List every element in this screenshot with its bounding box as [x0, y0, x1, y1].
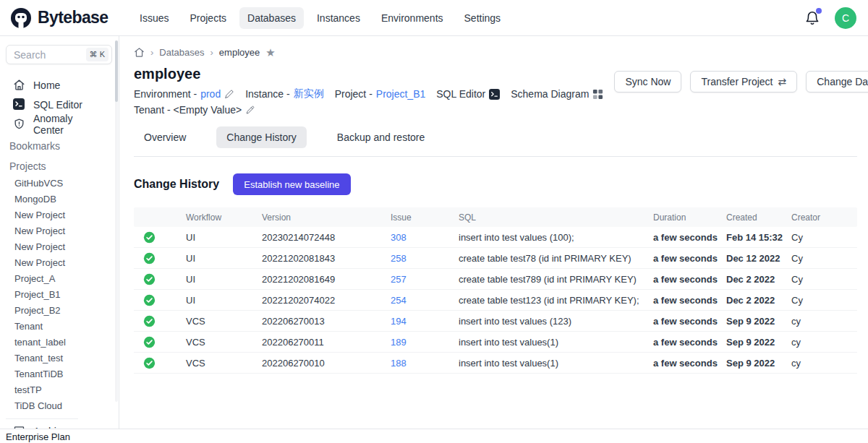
tab[interactable]: Change History — [216, 126, 307, 148]
search-input[interactable] — [12, 48, 72, 61]
action-button-label: Change Data — [817, 76, 868, 87]
table-row[interactable]: UI 20221202074022 254 create table test1… — [134, 290, 857, 311]
issue-link[interactable]: 258 — [391, 253, 459, 264]
project-list-item[interactable]: Tenant — [0, 319, 119, 335]
sql-editor-shortcut[interactable]: SQL Editor — [436, 88, 500, 100]
terminal-icon — [13, 98, 25, 111]
bookmark-star-icon[interactable]: ★ — [265, 47, 275, 58]
action-button[interactable]: Change Data — [806, 71, 868, 93]
workflow-cell: VCS — [186, 337, 262, 348]
project-list-item[interactable]: testTP — [0, 382, 119, 398]
instance-link[interactable]: 新实例 — [294, 87, 324, 100]
version-cell: 202206270013 — [262, 316, 391, 327]
project-list-item[interactable]: New Project — [0, 255, 119, 271]
nav-item[interactable]: Environments — [373, 7, 451, 29]
version-cell: 20221202074022 — [262, 295, 391, 306]
action-button[interactable]: Sync Now — [614, 71, 681, 93]
environment-label: Environment - — [134, 88, 197, 100]
created-cell: Sep 9 2022 — [726, 316, 791, 327]
sidebar-item-sql-editor[interactable]: SQL Editor — [0, 95, 119, 114]
duration-cell: a few seconds — [653, 295, 726, 306]
pen-icon[interactable] — [224, 89, 234, 99]
table-row[interactable]: VCS 202206270013 194 insert into test va… — [134, 311, 857, 332]
nav-item[interactable]: Instances — [309, 7, 368, 29]
project-list-item[interactable]: Tenant_test — [0, 350, 119, 366]
project-list-item[interactable]: New Project — [0, 207, 119, 223]
project-list-item[interactable]: Project_B2 — [0, 303, 119, 319]
project-list-item[interactable]: MongoDB — [0, 192, 119, 207]
environment-link[interactable]: prod — [200, 88, 221, 100]
nav-item[interactable]: Issues — [132, 7, 176, 29]
avatar[interactable]: C — [835, 7, 856, 29]
duration-cell: a few seconds — [653, 337, 726, 348]
main-content: › Databases › employee ★ employee Enviro… — [119, 36, 868, 443]
column-header: Duration — [653, 212, 726, 223]
created-cell: Sep 9 2022 — [726, 337, 791, 348]
project-list-item[interactable]: GitHubVCS — [0, 176, 119, 192]
table-row[interactable]: VCS 202206270011 189 insert into test va… — [134, 332, 857, 353]
duration-cell: a few seconds — [653, 274, 726, 285]
notifications-button[interactable] — [804, 10, 820, 26]
table-row[interactable]: VCS 202206270010 188 insert into test va… — [134, 353, 857, 374]
nav-item[interactable]: Databases — [239, 7, 304, 29]
sidebar-divider — [6, 418, 78, 419]
version-cell: 20230214072448 — [262, 232, 391, 243]
search-box: ⌘ K — [6, 45, 112, 64]
action-button[interactable]: Transfer Project ⇄ — [690, 71, 797, 93]
project-label: Project - — [335, 88, 373, 100]
tab[interactable]: Backup and restore — [327, 126, 435, 148]
issue-link[interactable]: 188 — [391, 358, 459, 369]
success-check-icon — [143, 315, 156, 327]
success-check-icon — [143, 273, 156, 285]
column-header: Issue — [391, 212, 459, 223]
project-list-item[interactable]: tenant_label — [0, 335, 119, 350]
column-header: Workflow — [186, 212, 262, 223]
sidebar-item-anomaly-center[interactable]: Anomaly Center — [0, 114, 119, 134]
project-list-item[interactable]: TiDB Cloud — [0, 398, 119, 414]
sidebar-item-home[interactable]: Home — [0, 75, 119, 95]
bytebase-logo[interactable]: Bytebase — [10, 7, 132, 29]
breadcrumb-home-icon[interactable] — [134, 47, 145, 58]
created-cell: Feb 14 15:32 — [726, 232, 791, 243]
environment-meta: Environment - prod — [134, 88, 234, 100]
success-check-icon — [143, 357, 156, 369]
nav-item[interactable]: Settings — [456, 7, 509, 29]
change-history-table: Workflow Version Issue SQL Duration Crea… — [134, 207, 857, 374]
schema-diagram-shortcut[interactable]: Schema Diagram — [511, 88, 603, 100]
change-history-header: Change History Establish new baseline — [134, 173, 857, 195]
establish-baseline-button[interactable]: Establish new baseline — [233, 173, 350, 195]
tab[interactable]: Overview — [134, 126, 196, 148]
table-row[interactable]: UI 20221202081649 257 create table test7… — [134, 269, 857, 290]
plan-label[interactable]: Enterprise Plan — [6, 431, 70, 442]
breadcrumb-databases[interactable]: Databases — [159, 47, 204, 58]
issue-link[interactable]: 308 — [391, 232, 459, 243]
issue-link[interactable]: 194 — [391, 316, 459, 327]
issue-link[interactable]: 257 — [391, 274, 459, 285]
sql-cell: insert into test values(1) — [459, 337, 653, 348]
page-header-left: employee Environment - prod Instance - 新… — [134, 66, 614, 116]
project-list-item[interactable]: New Project — [0, 239, 119, 255]
success-check-icon — [143, 294, 156, 306]
project-list-item[interactable]: New Project — [0, 223, 119, 239]
project-list-item[interactable]: Project_A — [0, 271, 119, 287]
project-list-item[interactable]: TenantTiDB — [0, 366, 119, 382]
issue-link[interactable]: 189 — [391, 337, 459, 348]
project-link[interactable]: Project_B1 — [376, 88, 425, 100]
issue-link[interactable]: 254 — [391, 295, 459, 306]
brand-name: Bytebase — [38, 8, 108, 27]
created-cell: Sep 9 2022 — [726, 358, 791, 369]
schema-diagram-icon — [592, 89, 603, 100]
version-cell: 202206270011 — [262, 337, 391, 348]
nav-item[interactable]: Projects — [182, 7, 234, 29]
sidebar-item-label: Anomaly Center — [33, 113, 106, 136]
pencil-edit-icon[interactable] — [245, 105, 255, 115]
creator-cell: cy — [791, 337, 857, 348]
creator-cell: Cy — [791, 232, 857, 243]
sidebar-item-label: SQL Editor — [33, 99, 82, 111]
sidebar-scrollbar-thumb[interactable] — [115, 40, 118, 102]
table-row[interactable]: UI 20221202081843 258 create table test7… — [134, 248, 857, 269]
success-check-icon — [143, 252, 156, 264]
table-row[interactable]: UI 20230214072448 308 insert into test v… — [134, 227, 857, 248]
status-cell — [134, 252, 186, 264]
project-list-item[interactable]: Project_B1 — [0, 287, 119, 303]
